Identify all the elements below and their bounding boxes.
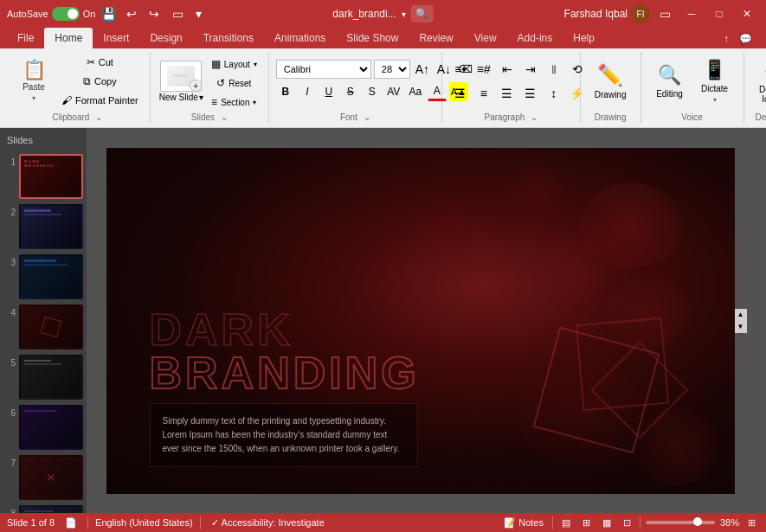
design-ideas-button[interactable]: ⚡ DesignIdeas [751, 56, 767, 107]
slide-content-box[interactable]: Simply dummy text of the printing and ty… [150, 403, 418, 467]
slides-expand[interactable]: ⌄ [221, 112, 228, 122]
section-dropdown-icon[interactable]: ▾ [253, 99, 256, 106]
accessibility-button[interactable]: ✓ Accessibility: Investigate [208, 516, 328, 529]
font-name-select[interactable]: Calibri [276, 60, 371, 79]
undo-button[interactable]: ↩ [121, 3, 142, 24]
tab-help[interactable]: Help [563, 28, 605, 48]
strikethrough-button[interactable]: S [341, 82, 360, 101]
fit-to-window-button[interactable]: ⊞ [744, 516, 759, 529]
share-button[interactable]: ↑ 💬 [717, 29, 759, 48]
new-slide-button[interactable]: + New Slide ▾ [158, 59, 205, 104]
bold-button[interactable]: B [276, 82, 295, 101]
tab-file[interactable]: File [7, 28, 44, 48]
paragraph-expand[interactable]: ⌄ [531, 112, 537, 122]
scroll-down-button[interactable]: ▼ [735, 321, 747, 333]
new-slide-dropdown[interactable]: ▾ [199, 93, 203, 102]
zoom-thumb[interactable] [693, 517, 702, 526]
slide-item-1[interactable]: 1 DARKBRANDING [3, 154, 83, 199]
tab-home[interactable]: Home [44, 28, 93, 48]
tab-insert[interactable]: Insert [93, 28, 139, 48]
align-center-button[interactable]: ≡ [473, 82, 495, 105]
tab-view[interactable]: View [464, 28, 507, 48]
paste-dropdown-icon[interactable]: ▾ [32, 94, 35, 102]
tab-review[interactable]: Review [409, 28, 463, 48]
align-left-button[interactable]: ☰ [449, 82, 472, 105]
paste-button[interactable]: 📋 Paste ▾ [12, 57, 55, 106]
slide-thumb-5[interactable] [19, 355, 83, 400]
ribbon-display-icon[interactable]: ▭ [657, 6, 673, 22]
new-slide-icon: + [160, 61, 202, 92]
slide-thumb-1[interactable]: DARKBRANDING [19, 154, 83, 199]
editing-button[interactable]: 🔍 Editing [648, 61, 692, 102]
justify-button[interactable]: ☰ [519, 82, 542, 105]
clipboard-expand[interactable]: ⌄ [95, 112, 102, 122]
view-outline-button[interactable]: ⊞ [579, 516, 594, 529]
slide-thumb-7[interactable]: ✕ [19, 455, 83, 500]
slide-notes-button[interactable]: 📄 [61, 516, 80, 529]
slide-item-8[interactable]: 8 [3, 505, 83, 513]
slide-item-4[interactable]: 4 [3, 304, 83, 349]
new-slide-label-area: New Slide ▾ [159, 93, 203, 102]
columns-button[interactable]: ⫴ [543, 58, 565, 80]
view-reading-button[interactable]: ▦ [599, 516, 615, 529]
title-dropdown-icon[interactable]: ▾ [402, 10, 406, 19]
zoom-slider[interactable] [646, 521, 715, 524]
customize-icon[interactable]: ▾ [190, 6, 206, 22]
comment-icon: 💬 [739, 33, 752, 45]
view-slide-button[interactable]: ⊡ [620, 516, 634, 529]
cut-button[interactable]: ✂ Cut [57, 54, 143, 71]
view-normal-button[interactable]: ▤ [558, 516, 574, 529]
redo-button[interactable]: ↪ [144, 3, 164, 24]
slide-thumb-8[interactable] [19, 505, 83, 513]
scroll-up-button[interactable]: ▲ [735, 309, 747, 321]
layout-dropdown-icon[interactable]: ▾ [254, 61, 257, 68]
tab-design[interactable]: Design [139, 28, 192, 48]
numbering-button[interactable]: ≡# [473, 58, 495, 80]
char-spacing-button[interactable]: AV [384, 82, 403, 101]
underline-button[interactable]: U [319, 82, 338, 101]
copy-button[interactable]: ⧉ Copy [57, 73, 143, 90]
text-shadow-button[interactable]: S [363, 82, 382, 101]
line-spacing-button[interactable]: ↕ [543, 82, 565, 105]
change-case-button[interactable]: Aa [406, 82, 425, 101]
format-painter-button[interactable]: 🖌 Format Painter [57, 92, 143, 109]
dictate-button[interactable]: 📱 Dictate ▾ [693, 55, 737, 107]
notes-toggle-button[interactable]: 📝 Notes [500, 516, 547, 529]
autosave-toggle[interactable] [52, 7, 80, 21]
increase-font-button[interactable]: A↑ [413, 60, 432, 79]
font-size-select[interactable]: 28+ [374, 60, 410, 79]
slide-item-7[interactable]: 7 ✕ [3, 455, 83, 500]
slide-thumb-3[interactable] [19, 254, 83, 299]
minimize-button[interactable]: ─ [679, 5, 704, 22]
bullets-button[interactable]: ≡• [449, 58, 472, 80]
decrease-indent-button[interactable]: ⇤ [496, 58, 518, 80]
reset-button[interactable]: ↺ Reset [207, 74, 261, 92]
tab-transitions[interactable]: Transitions [193, 28, 264, 48]
tab-slideshow[interactable]: Slide Show [336, 28, 409, 48]
tab-animations[interactable]: Animations [264, 28, 336, 48]
font-expand[interactable]: ⌄ [364, 112, 370, 122]
increase-indent-button[interactable]: ⇥ [519, 58, 542, 80]
search-icon[interactable]: 🔍 [411, 5, 434, 22]
slide-item-2[interactable]: 2 [3, 204, 83, 249]
dictate-dropdown-icon[interactable]: ▾ [713, 96, 717, 104]
slide-thumb-4[interactable] [19, 304, 83, 349]
drawing-button[interactable]: ✏️ Drawing [588, 60, 634, 103]
present-icon[interactable]: ▭ [170, 6, 185, 22]
slide-thumb-6[interactable] [19, 405, 83, 450]
align-right-button[interactable]: ☰ [496, 82, 518, 105]
layout-button[interactable]: ▦ Layout ▾ [207, 55, 261, 73]
tab-addins[interactable]: Add-ins [507, 28, 563, 48]
italic-button[interactable]: I [298, 82, 317, 101]
slide-item-3[interactable]: 3 [3, 254, 83, 299]
fit-icon: ⊞ [748, 517, 756, 529]
maximize-button[interactable]: □ [707, 5, 731, 22]
save-icon[interactable]: 💾 [100, 6, 116, 22]
slide-item-5[interactable]: 5 [3, 355, 83, 400]
layout-label: Layout [224, 60, 250, 69]
slide-canvas[interactable]: DARK BRANDING Simply dummy text of the p… [106, 148, 735, 494]
section-button[interactable]: ≡ Section ▾ [207, 93, 261, 111]
slide-thumb-2[interactable] [19, 204, 83, 249]
close-button[interactable]: ✕ [735, 5, 759, 22]
slide-item-6[interactable]: 6 [3, 405, 83, 450]
